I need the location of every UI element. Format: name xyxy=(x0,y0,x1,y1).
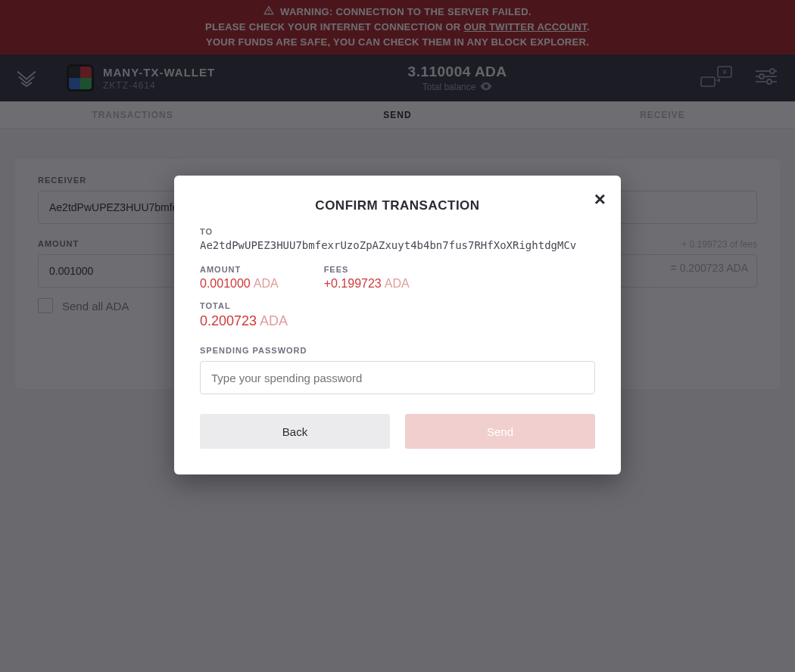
confirm-transaction-modal: CONFIRM TRANSACTION × TO Ae2tdPwUPEZ3HUU… xyxy=(174,176,621,474)
back-button[interactable]: Back xyxy=(200,414,390,449)
modal-title: CONFIRM TRANSACTION xyxy=(200,198,595,213)
modal-amount-label: AMOUNT xyxy=(200,265,279,274)
modal-overlay: CONFIRM TRANSACTION × TO Ae2tdPwUPEZ3HUU… xyxy=(0,0,795,672)
to-label: TO xyxy=(200,227,595,236)
modal-fees-value: +0.199723ADA xyxy=(324,277,410,291)
to-address: Ae2tdPwUPEZ3HUU7bmfexrUzoZpAZxuyt4b4bn7f… xyxy=(200,239,595,251)
modal-fees-label: FEES xyxy=(324,265,410,274)
password-label: SPENDING PASSWORD xyxy=(200,346,595,355)
modal-total-value: 0.200723ADA xyxy=(200,313,595,329)
modal-fees-unit: ADA xyxy=(385,277,410,290)
modal-amount-value: 0.001000ADA xyxy=(200,277,279,291)
modal-total-label: TOTAL xyxy=(200,301,595,310)
send-button[interactable]: Send xyxy=(405,414,595,449)
modal-amount-number: 0.001000 xyxy=(200,277,251,290)
modal-total-number: 0.200723 xyxy=(200,313,257,328)
close-icon[interactable]: × xyxy=(594,189,606,209)
spending-password-input[interactable] xyxy=(200,361,595,394)
modal-amount-unit: ADA xyxy=(254,277,279,290)
modal-fees-number: +0.199723 xyxy=(324,277,382,290)
modal-total-unit: ADA xyxy=(260,313,288,328)
